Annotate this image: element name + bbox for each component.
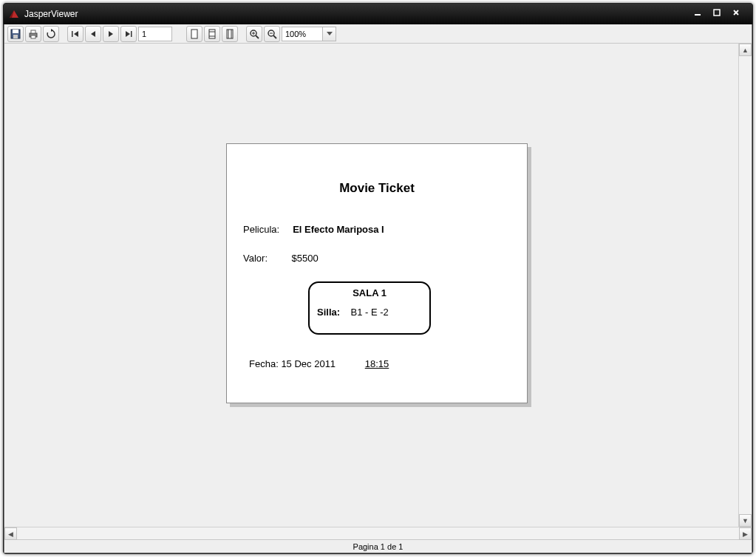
svg-rect-8 <box>13 35 18 38</box>
scroll-right-button[interactable]: ▶ <box>739 527 752 540</box>
svg-rect-2 <box>695 14 701 16</box>
scroll-up-button[interactable]: ▲ <box>739 44 752 56</box>
svg-line-27 <box>256 35 259 38</box>
viewport[interactable]: Movie Ticket Pelicula: El Efecto Maripos… <box>4 44 752 527</box>
print-button[interactable] <box>25 26 41 42</box>
svg-marker-17 <box>126 31 130 37</box>
zoom-combo[interactable]: 100% <box>282 27 336 41</box>
client-area: 100% Movie Ticket Pelicula: El Efecto Ma… <box>4 24 752 553</box>
zoom-in-button[interactable] <box>246 26 262 42</box>
svg-rect-13 <box>72 31 73 37</box>
last-page-button[interactable] <box>120 26 137 42</box>
movie-label: Pelicula: <box>243 224 279 235</box>
svg-rect-23 <box>227 30 233 38</box>
reload-button[interactable] <box>43 26 59 42</box>
svg-marker-33 <box>327 32 333 35</box>
seat-box: SALA 1 Silla: B1 - E -2 <box>308 281 431 335</box>
scroll-left-button[interactable]: ◀ <box>4 527 17 540</box>
report-page: Movie Ticket Pelicula: El Efecto Maripos… <box>226 143 528 403</box>
svg-rect-3 <box>714 10 720 16</box>
svg-rect-10 <box>31 30 35 33</box>
status-text: Pagina 1 de 1 <box>353 542 403 551</box>
time-value: 18:15 <box>365 358 389 369</box>
ticket-title: Movie Ticket <box>227 181 527 196</box>
actual-size-button[interactable] <box>186 26 202 42</box>
svg-marker-14 <box>74 31 78 37</box>
date-value: 15 Dec 2011 <box>281 358 336 369</box>
page-number-input[interactable] <box>138 27 172 41</box>
zoom-dropdown-button[interactable] <box>323 27 336 41</box>
prev-page-button[interactable] <box>85 26 101 42</box>
zoom-value: 100% <box>285 30 306 38</box>
fit-width-button[interactable] <box>222 26 238 42</box>
save-button[interactable] <box>7 26 24 42</box>
minimize-button[interactable] <box>693 8 711 20</box>
scroll-down-button[interactable]: ▼ <box>739 514 752 527</box>
svg-rect-11 <box>31 35 35 38</box>
statusbar: Pagina 1 de 1 <box>4 539 752 553</box>
first-page-button[interactable] <box>67 26 84 42</box>
fit-page-button[interactable] <box>204 26 220 42</box>
svg-marker-15 <box>91 31 95 37</box>
svg-rect-18 <box>131 31 132 37</box>
zoom-out-button[interactable] <box>264 26 280 42</box>
price-value: $5500 <box>292 253 319 264</box>
svg-marker-16 <box>109 31 113 37</box>
svg-line-31 <box>273 35 276 38</box>
maximize-button[interactable] <box>712 8 730 20</box>
svg-rect-7 <box>13 30 18 33</box>
price-label: Valor: <box>243 253 268 264</box>
movie-value: El Efecto Mariposa I <box>293 224 384 235</box>
window-title: JasperViewer <box>24 9 692 19</box>
room-label: SALA 1 <box>310 287 429 298</box>
next-page-button[interactable] <box>103 26 119 42</box>
svg-rect-20 <box>209 30 215 38</box>
app-icon <box>8 8 20 20</box>
seat-label: Silla: <box>317 307 340 318</box>
titlebar[interactable]: JasperViewer <box>4 4 752 24</box>
vertical-scrollbar[interactable]: ▲ ▼ <box>738 44 751 527</box>
horizontal-scrollbar[interactable]: ◀ ▶ <box>4 527 752 539</box>
toolbar: 100% <box>4 24 752 44</box>
date-label: Fecha: <box>249 358 279 369</box>
seat-value: B1 - E -2 <box>351 307 389 318</box>
app-window: JasperViewer <box>3 3 753 554</box>
svg-rect-19 <box>191 30 197 38</box>
close-button[interactable] <box>732 8 749 20</box>
